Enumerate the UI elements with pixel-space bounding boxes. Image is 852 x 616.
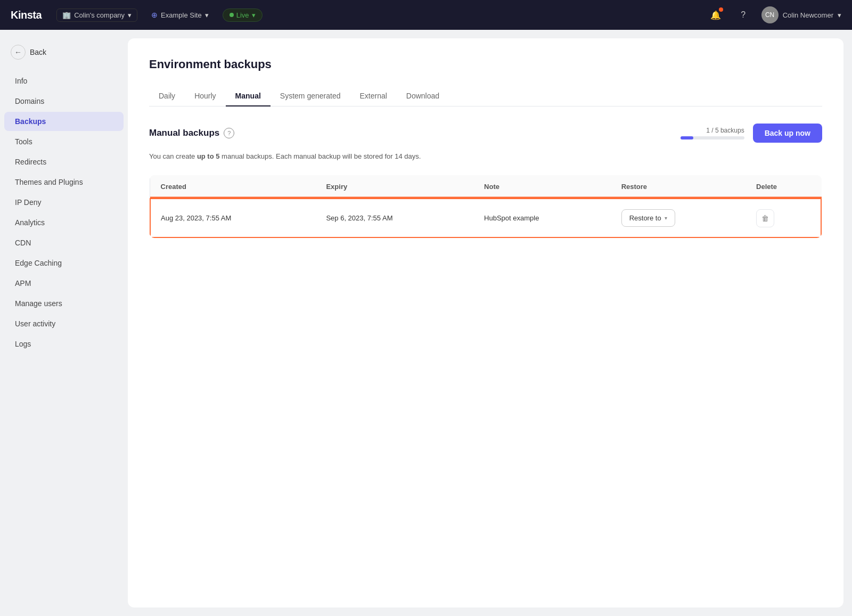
sidebar-item-tools[interactable]: Tools (4, 132, 124, 151)
sidebar-item-domains[interactable]: Domains (4, 92, 124, 111)
backup-description: You can create up to 5 manual backups. E… (149, 151, 822, 162)
top-navigation: Kinsta 🏢 Colin's company ▾ ⊕ Example Sit… (0, 0, 852, 30)
sidebar-item-user-activity[interactable]: User activity (4, 314, 124, 333)
delete-backup-button[interactable]: 🗑 (756, 209, 774, 227)
topnav-actions: 🔔 ? CN Colin Newcomer ▾ (706, 5, 841, 24)
col-header-created: Created (150, 175, 315, 198)
sidebar-item-edge-caching[interactable]: Edge Caching (4, 253, 124, 273)
back-arrow-icon: ← (11, 45, 26, 60)
tab-download[interactable]: Download (397, 86, 449, 106)
chevron-down-icon: ▾ (838, 11, 841, 19)
live-label: Live (236, 11, 249, 19)
chevron-down-icon: ▾ (252, 11, 256, 19)
notifications-button[interactable]: 🔔 (706, 5, 725, 24)
building-icon: 🏢 (62, 11, 71, 19)
company-name: Colin's company (74, 11, 125, 19)
live-status-dot (230, 13, 234, 17)
section-right: 1 / 5 backups Back up now (681, 124, 822, 143)
description-pre: You can create (149, 152, 197, 160)
description-limit: up to 5 (197, 152, 220, 160)
backup-count-text: 1 / 5 backups (706, 127, 744, 134)
chevron-down-icon: ▾ (128, 11, 132, 19)
sidebar-item-redirects[interactable]: Redirects (4, 152, 124, 171)
col-header-note: Note (473, 175, 611, 198)
chevron-down-icon: ▾ (665, 215, 667, 221)
kinsta-logo: Kinsta (11, 9, 42, 21)
sidebar-item-analytics[interactable]: Analytics (4, 213, 124, 232)
backup-note: HubSpot example (473, 198, 611, 238)
user-menu[interactable]: CN Colin Newcomer ▾ (761, 6, 841, 23)
sidebar-item-backups[interactable]: Backups (4, 112, 124, 131)
main-content: Environment backups Daily Hourly Manual … (128, 38, 843, 607)
help-button[interactable]: ? (734, 5, 753, 24)
help-icon[interactable]: ? (224, 128, 234, 138)
chevron-down-icon: ▾ (205, 11, 209, 19)
sidebar-item-ip-deny[interactable]: IP Deny (4, 193, 124, 212)
section-title-row: Manual backups ? (149, 128, 234, 138)
backup-now-button[interactable]: Back up now (753, 124, 822, 143)
col-header-delete: Delete (746, 175, 822, 198)
sidebar-item-cdn[interactable]: CDN (4, 233, 124, 252)
sidebar-item-info[interactable]: Info (4, 71, 124, 91)
backup-count-bar: 1 / 5 backups (681, 127, 744, 139)
back-label: Back (30, 48, 46, 56)
site-name: Example Site (161, 11, 202, 19)
sidebar-item-apm[interactable]: APM (4, 274, 124, 293)
col-header-expiry: Expiry (315, 175, 473, 198)
trash-icon: 🗑 (761, 214, 769, 223)
company-selector[interactable]: 🏢 Colin's company ▾ (56, 9, 137, 22)
tab-system-generated[interactable]: System generated (271, 86, 350, 106)
backup-created-date: Aug 23, 2023, 7:55 AM (150, 198, 315, 238)
backup-progress-bar (681, 136, 744, 139)
backup-tabs: Daily Hourly Manual System generated Ext… (149, 86, 822, 106)
user-name: Colin Newcomer (783, 11, 833, 19)
backup-expiry-date: Sep 6, 2023, 7:55 AM (315, 198, 473, 238)
avatar: CN (761, 6, 779, 23)
description-post: manual backups. Each manual backup will … (219, 152, 421, 160)
section-header: Manual backups ? 1 / 5 backups Back up n… (149, 124, 822, 143)
sidebar: ← Back Info Domains Backups Tools Redire… (0, 30, 128, 616)
table-row: Aug 23, 2023, 7:55 AM Sep 6, 2023, 7:55 … (150, 198, 822, 238)
backups-table: Created Expiry Note Restore Delete Aug 2… (149, 175, 822, 239)
tab-daily[interactable]: Daily (149, 86, 185, 106)
sidebar-item-logs[interactable]: Logs (4, 334, 124, 354)
tab-manual[interactable]: Manual (226, 86, 271, 106)
page-title: Environment backups (149, 58, 822, 71)
col-header-restore: Restore (611, 175, 746, 198)
restore-to-button[interactable]: Restore to ▾ (621, 209, 675, 227)
tab-hourly[interactable]: Hourly (185, 86, 225, 106)
sidebar-nav: Info Domains Backups Tools Redirects The… (0, 71, 128, 354)
progress-fill (681, 136, 693, 139)
restore-cell: Restore to ▾ (611, 198, 746, 238)
sidebar-item-manage-users[interactable]: Manage users (4, 294, 124, 313)
tab-external[interactable]: External (350, 86, 396, 106)
sidebar-item-themes-plugins[interactable]: Themes and Plugins (4, 173, 124, 192)
section-title: Manual backups (149, 128, 219, 138)
main-layout: ← Back Info Domains Backups Tools Redire… (0, 30, 852, 616)
back-button[interactable]: ← Back (0, 40, 128, 70)
wordpress-icon: ⊕ (151, 11, 158, 19)
delete-cell: 🗑 (746, 198, 822, 238)
notification-dot (719, 7, 723, 12)
environment-live-badge[interactable]: Live ▾ (223, 9, 263, 22)
restore-label: Restore to (629, 214, 661, 222)
site-selector[interactable]: ⊕ Example Site ▾ (146, 9, 214, 21)
